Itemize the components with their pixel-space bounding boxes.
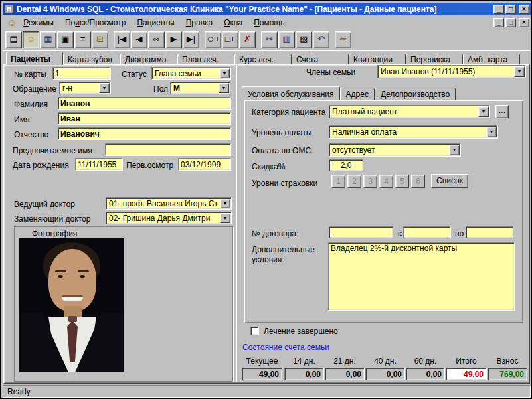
undo-icon: ↶	[317, 34, 325, 44]
menu-bar: ☺ Режимы Поиск/Просмотр Пациенты Правка …	[3, 16, 531, 29]
first-record-button[interactable]: |◀	[114, 31, 130, 48]
undo-button[interactable]: ↶	[313, 31, 329, 48]
middlename-input[interactable]	[58, 127, 231, 140]
tab-treatment-plan[interactable]: План леч.	[177, 54, 234, 65]
card-no-label: № карты	[14, 70, 46, 79]
chevron-down-icon[interactable]: ▼	[99, 83, 110, 93]
family-members-combo[interactable]: Иван Иванов (11/11/1955) ▼	[377, 65, 526, 78]
lead-doctor-label: Ведущий доктор	[14, 200, 75, 209]
chevron-down-icon[interactable]: ▼	[220, 213, 230, 223]
close-button[interactable]: ×	[519, 5, 529, 14]
minimize-button[interactable]: _	[493, 5, 504, 14]
exit-button[interactable]: ⇐	[335, 31, 351, 48]
lead-doctor-combo[interactable]: 01- проф. Васильев Игорь Ст ▼	[106, 197, 232, 210]
contract-to-input[interactable]	[466, 226, 513, 238]
preferred-name-input[interactable]	[105, 143, 231, 156]
salutation-combo[interactable]: г-н ▼	[59, 82, 111, 94]
delete-record-button[interactable]: ✗	[239, 31, 256, 48]
tab-patients[interactable]: Пациенты	[6, 52, 63, 65]
first-visit-input[interactable]	[178, 158, 231, 171]
account-total-value: 49,00	[446, 368, 487, 380]
last-record-button[interactable]: ▶|	[183, 31, 199, 48]
category-more-button[interactable]: ...	[495, 105, 509, 118]
tab-treatment-course[interactable]: Курс леч.	[234, 54, 292, 65]
maximize-button[interactable]: □	[505, 5, 516, 14]
binoculars-icon: ∞	[153, 34, 159, 44]
tab-diagram[interactable]: Диаграмма	[120, 54, 177, 65]
smiley-icon: ☺	[27, 34, 35, 44]
window-title: Dental 4 Windows SQL - Стоматологическая…	[17, 5, 492, 14]
mdi-close-button[interactable]: ×	[519, 18, 529, 27]
notes-textarea[interactable]: Владелец 2%-й дисконтной карты	[328, 242, 515, 311]
tab-invoices[interactable]: Счета	[292, 54, 349, 65]
next-record-icon: ▶	[171, 34, 177, 44]
tab-tooth-chart[interactable]: Карта зубов	[63, 54, 120, 65]
menu-modes[interactable]: Режимы	[23, 18, 54, 27]
chevron-down-icon[interactable]: ▼	[478, 106, 489, 117]
chevron-down-icon[interactable]: ▼	[220, 199, 230, 208]
payment-level-combo[interactable]: Наличная оплата ▼	[329, 125, 498, 139]
category-combo[interactable]: Платный пациент ▼	[329, 105, 490, 118]
lastname-label: Фамилия	[14, 100, 48, 109]
tab-outpatient-card[interactable]: Амб. карта	[463, 54, 520, 65]
subtab-address[interactable]: Адрес	[340, 88, 375, 100]
menu-search-view[interactable]: Поиск/Просмотр	[65, 18, 126, 27]
mdi-restore-button[interactable]: □	[505, 18, 516, 27]
sub-doctor-combo[interactable]: 02- Гришина Дарья Дмитри ▼	[106, 212, 232, 224]
insurance-level-3-button[interactable]: 3	[363, 175, 377, 188]
scroll-icon: ≡	[80, 34, 86, 44]
menu-windows[interactable]: Окна	[224, 18, 242, 27]
category-label: Категория пациента	[252, 108, 326, 117]
card-index-button[interactable]: ▦	[40, 31, 56, 48]
add-family-member-button[interactable]: ☺+	[205, 31, 221, 48]
cut-button[interactable]: ✂	[261, 31, 278, 48]
insurance-level-1-button[interactable]: 1	[331, 175, 345, 188]
subtab-records[interactable]: Делопроизводство	[375, 88, 456, 100]
account-status-title: Состояние счета семьи	[242, 343, 329, 352]
menu-help[interactable]: Помощь	[254, 18, 284, 27]
insurance-list-button[interactable]: Список	[431, 174, 468, 188]
title-bar: Dental 4 Windows SQL - Стоматологическая…	[3, 3, 531, 15]
mdi-minimize-button[interactable]: _	[493, 18, 504, 27]
tab-receipts[interactable]: Квитанции	[349, 54, 406, 65]
menu-patients[interactable]: Пациенты	[137, 18, 174, 27]
chevron-down-icon[interactable]: ▼	[219, 68, 230, 78]
discount-input[interactable]	[329, 159, 363, 171]
lastname-input[interactable]	[58, 97, 231, 110]
patient-card-button[interactable]: ▤	[5, 31, 22, 48]
gender-combo[interactable]: М ▼	[170, 82, 230, 94]
oms-combo[interactable]: отсутствует ▼	[329, 143, 461, 157]
chevron-down-icon[interactable]: ▼	[449, 145, 460, 155]
document-list-button[interactable]: ≡	[74, 31, 91, 48]
find-button[interactable]: ∞	[148, 31, 165, 48]
new-record-button[interactable]: □+	[222, 31, 238, 48]
firstname-input[interactable]	[58, 112, 231, 125]
chevron-down-icon[interactable]: ▼	[219, 83, 229, 93]
smiley-icon: ☺	[7, 17, 17, 27]
print-button[interactable]: ▣	[57, 31, 74, 48]
birthdate-input[interactable]	[75, 158, 123, 171]
copy-button[interactable]: ▥	[278, 31, 295, 48]
notes-label-line2: условия:	[252, 255, 284, 264]
insurance-level-2-button[interactable]: 2	[347, 175, 361, 188]
next-record-button[interactable]: ▶	[165, 31, 182, 48]
chevron-down-icon[interactable]: ▼	[486, 127, 497, 137]
smiley-mode-button[interactable]: ☺	[23, 31, 39, 48]
payment-level-label: Уровень оплаты	[252, 128, 311, 137]
treatment-done-checkbox[interactable]	[250, 327, 259, 335]
card-no-input[interactable]	[52, 67, 111, 80]
family-tree-button[interactable]: ⊞	[92, 31, 108, 48]
subtab-service-terms[interactable]: Условия обслуживания	[242, 86, 340, 100]
insurance-level-5-button[interactable]: 5	[395, 175, 409, 188]
contract-from-input[interactable]	[403, 226, 451, 238]
patient-photo	[19, 238, 124, 372]
contract-no-input[interactable]	[329, 226, 393, 238]
insurance-level-6-button[interactable]: 6	[411, 175, 425, 188]
tab-correspondence[interactable]: Переписка	[406, 54, 463, 65]
insurance-level-4-button[interactable]: 4	[379, 175, 393, 188]
menu-edit[interactable]: Правка	[186, 18, 213, 27]
status-combo[interactable]: Глава семьи ▼	[151, 67, 231, 80]
prev-record-button[interactable]: ◀	[131, 31, 147, 48]
chevron-down-icon[interactable]: ▼	[514, 66, 525, 77]
paste-button[interactable]: ▨	[296, 31, 312, 48]
